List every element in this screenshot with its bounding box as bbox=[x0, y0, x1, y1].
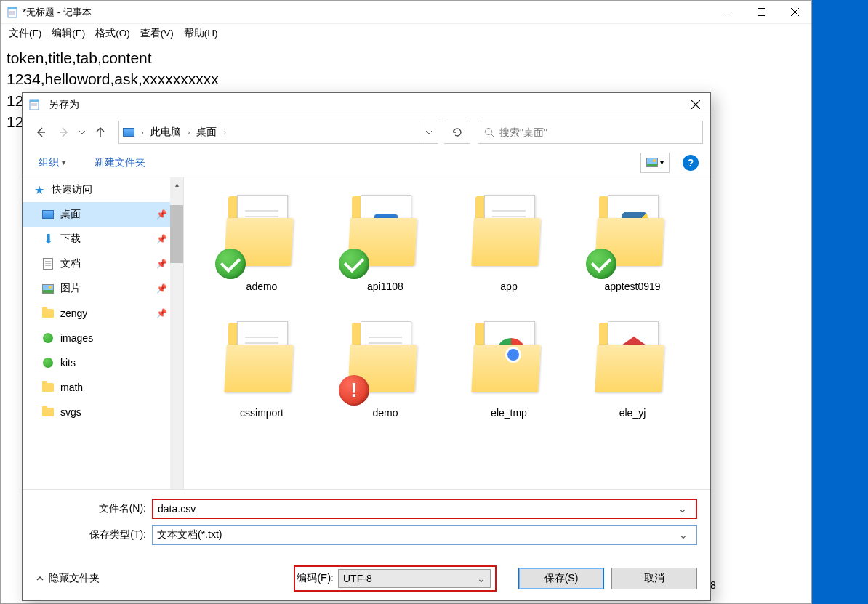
sidebar-item-label: kits bbox=[60, 357, 76, 369]
search-input[interactable] bbox=[499, 126, 696, 138]
encoding-wrap: 编码(E): UTF-8 ⌄ bbox=[294, 565, 497, 592]
refresh-button[interactable] bbox=[444, 121, 470, 144]
dialog-close-button[interactable] bbox=[681, 93, 710, 116]
folder-apptest0919[interactable]: apptest0919 bbox=[571, 190, 694, 317]
text-line: 1234,helloword,ask,xxxxxxxxxx bbox=[7, 68, 805, 89]
sidebar-item-label: svgs bbox=[60, 406, 81, 418]
folder-icon bbox=[465, 190, 552, 276]
folder-label: ademo bbox=[246, 281, 278, 292]
encoding-label: 编码(E): bbox=[297, 572, 334, 585]
dialog-nav: › 此电脑 › 桌面 › bbox=[23, 116, 710, 148]
nav-forward-button[interactable] bbox=[53, 121, 75, 143]
chevron-right-icon[interactable]: › bbox=[138, 128, 147, 137]
nav-recent-button[interactable] bbox=[76, 121, 88, 143]
folder-label: demo bbox=[372, 407, 398, 419]
address-dropdown[interactable] bbox=[419, 121, 438, 143]
search-box[interactable] bbox=[478, 121, 703, 144]
folder-icon bbox=[589, 317, 676, 403]
sidebar-scrollbar[interactable]: ▴ bbox=[170, 177, 183, 489]
sidebar-item-下载[interactable]: ⬇下载📌 bbox=[23, 227, 183, 251]
menu-format[interactable]: 格式(O) bbox=[90, 25, 135, 42]
sidebar-item-kits[interactable]: kits bbox=[23, 350, 183, 375]
doc-icon bbox=[41, 257, 55, 270]
svg-line-19 bbox=[491, 134, 494, 137]
folder-ele_tmp[interactable]: ele_tmp bbox=[447, 317, 571, 443]
notepad-title: *无标题 - 记事本 bbox=[23, 6, 711, 19]
sidebar-item-桌面[interactable]: 桌面📌 bbox=[23, 202, 183, 227]
search-icon bbox=[484, 127, 495, 138]
minimize-button[interactable] bbox=[711, 1, 744, 24]
pin-icon: 📌 bbox=[156, 259, 167, 269]
cancel-button[interactable]: 取消 bbox=[611, 568, 697, 589]
filetype-select[interactable]: 文本文档(*.txt) ⌄ bbox=[152, 525, 697, 545]
text-line: token,title,tab,content bbox=[7, 47, 805, 68]
sidebar-item-svgs[interactable]: svgs bbox=[23, 400, 183, 424]
folder-icon: ! bbox=[342, 317, 429, 403]
sync-ok-badge-icon bbox=[215, 249, 246, 279]
filename-input-wrap: ⌄ bbox=[152, 499, 697, 519]
sidebar-item-label: math bbox=[60, 382, 83, 393]
notepad-icon bbox=[28, 99, 40, 110]
pin-icon: 📌 bbox=[156, 234, 167, 244]
breadcrumb-folder[interactable]: 桌面 bbox=[193, 121, 220, 143]
folder-cssimport[interactable]: cssimport bbox=[200, 317, 324, 443]
notepad-titlebar[interactable]: *无标题 - 记事本 bbox=[1, 1, 811, 24]
folder-label: api1108 bbox=[367, 281, 403, 292]
chevron-right-icon[interactable]: › bbox=[185, 128, 193, 137]
filename-input[interactable] bbox=[158, 503, 674, 515]
dialog-fields: 文件名(N): ⌄ 保存类型(T): 文本文档(*.txt) ⌄ bbox=[23, 490, 710, 557]
nav-back-button[interactable] bbox=[30, 121, 52, 143]
green-icon bbox=[41, 331, 55, 345]
new-folder-button[interactable]: 新建文件夹 bbox=[90, 152, 150, 174]
breadcrumb-root[interactable]: 此电脑 bbox=[147, 121, 185, 143]
sync-ok-badge-icon bbox=[339, 249, 369, 279]
save-button[interactable]: 保存(S) bbox=[518, 568, 604, 589]
folder-icon bbox=[41, 381, 55, 394]
pic-icon bbox=[41, 282, 55, 295]
folder-api1108[interactable]: api1108 bbox=[324, 190, 447, 317]
sidebar-item-label: 下载 bbox=[60, 233, 81, 246]
close-button[interactable] bbox=[778, 1, 811, 24]
sidebar-item-images[interactable]: images bbox=[23, 326, 183, 350]
sidebar-item-文档[interactable]: 文档📌 bbox=[23, 251, 183, 276]
hide-folders-button[interactable]: 隐藏文件夹 bbox=[36, 572, 100, 585]
star-icon: ★ bbox=[33, 183, 46, 196]
scroll-thumb[interactable] bbox=[170, 205, 183, 263]
pin-icon: 📌 bbox=[156, 308, 167, 318]
dialog-titlebar[interactable]: 另存为 bbox=[23, 93, 710, 116]
menu-help[interactable]: 帮助(H) bbox=[179, 25, 223, 42]
maximize-button[interactable] bbox=[744, 1, 778, 24]
folder-demo[interactable]: ! demo bbox=[324, 317, 447, 443]
view-options-button[interactable]: ▾ bbox=[640, 153, 670, 173]
menu-view[interactable]: 查看(V) bbox=[135, 25, 179, 42]
notepad-icon bbox=[7, 7, 18, 18]
scroll-up-icon[interactable]: ▴ bbox=[170, 177, 183, 190]
file-grid[interactable]: ademo api1108 app apptest0919 cs bbox=[184, 177, 710, 489]
chevron-down-icon[interactable]: ⌄ bbox=[674, 503, 691, 515]
sidebar-item-math[interactable]: math bbox=[23, 375, 183, 400]
notepad-menubar: 文件(F) 编辑(E) 格式(O) 查看(V) 帮助(H) bbox=[1, 24, 811, 43]
pin-icon: 📌 bbox=[156, 209, 167, 220]
filename-label: 文件名(N): bbox=[36, 502, 152, 515]
folder-icon bbox=[41, 406, 55, 419]
encoding-select[interactable]: UTF-8 ⌄ bbox=[338, 569, 491, 588]
help-button[interactable]: ? bbox=[683, 155, 699, 171]
organize-button[interactable]: 组织 ▾ bbox=[34, 152, 70, 174]
folder-ademo[interactable]: ademo bbox=[200, 190, 324, 317]
folder-app[interactable]: app bbox=[447, 190, 571, 317]
sidebar-item-label: 桌面 bbox=[60, 208, 81, 221]
dialog-title: 另存为 bbox=[49, 98, 681, 111]
sidebar-item-zengy[interactable]: zengy📌 bbox=[23, 301, 183, 326]
sidebar-item-label: zengy bbox=[60, 307, 87, 319]
folder-ele_yj[interactable]: ele_yj bbox=[571, 317, 694, 443]
menu-edit[interactable]: 编辑(E) bbox=[47, 25, 90, 42]
menu-file[interactable]: 文件(F) bbox=[4, 25, 47, 42]
sidebar-item-图片[interactable]: 图片📌 bbox=[23, 276, 183, 301]
dialog-footer: 隐藏文件夹 编码(E): UTF-8 ⌄ 保存(S) 取消 bbox=[23, 557, 710, 600]
desktop-icon bbox=[123, 128, 134, 137]
chevron-right-icon[interactable]: › bbox=[220, 128, 229, 137]
sidebar-quick-access[interactable]: ★ 快速访问 bbox=[23, 177, 183, 202]
address-bar[interactable]: › 此电脑 › 桌面 › bbox=[118, 121, 438, 144]
folder-icon bbox=[589, 190, 676, 276]
nav-up-button[interactable] bbox=[89, 121, 111, 143]
